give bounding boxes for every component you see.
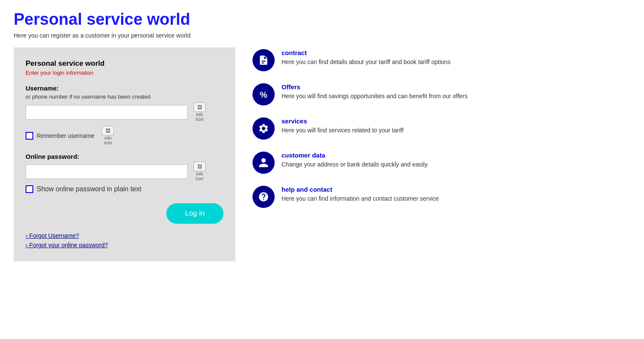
contract-title[interactable]: contract [281,49,630,56]
help-contact-title[interactable]: help and contact [281,186,630,193]
remember-username-label: Remember username [37,132,94,139]
contract-text: contract Here you can find details about… [281,49,630,67]
show-password-row: Show online password in plain text [26,185,223,193]
username-label: Username: [26,85,223,92]
remember-info-icon: 🖼 info icon [99,126,116,145]
login-panel: Personal service world Enter your login … [14,47,235,261]
contract-icon [252,49,275,71]
help-contact-icon [252,186,275,208]
offers-text: Offers Here you will find savings opport… [281,83,630,101]
info-panel: contract Here you can find details about… [252,47,630,220]
password-section: Online password: 🖼 info icon [26,153,223,181]
links-section: Forgot Username? Forgot your online pass… [26,232,223,248]
info-item-services: services Here you will find services rel… [252,117,630,140]
services-desc: Here you will find services related to y… [281,127,403,134]
contract-desc: Here you can find details about your tar… [281,58,450,65]
remember-username-checkbox[interactable] [26,132,33,140]
services-title[interactable]: services [281,117,630,125]
forgot-username-link[interactable]: Forgot Username? [26,232,223,239]
password-input[interactable] [26,164,188,179]
login-panel-title: Personal service world [26,59,223,68]
help-contact-desc: Here you can find information and contac… [281,195,439,202]
show-password-label: Show online password in plain text [37,185,141,193]
login-panel-subtitle: Enter your login information [26,70,223,76]
username-input[interactable] [26,105,188,120]
remember-username-row: Remember username 🖼 info icon [26,126,223,145]
main-layout: Personal service world Enter your login … [14,47,630,261]
offers-icon: % [252,83,275,105]
customer-data-icon [252,152,275,174]
offers-title[interactable]: Offers [281,83,630,91]
services-icon [252,117,275,140]
forgot-password-link[interactable]: Forgot your online password? [26,242,223,248]
info-item-help-contact: help and contact Here you can find infor… [252,186,630,208]
help-contact-text: help and contact Here you can find infor… [281,186,630,203]
info-item-contract: contract Here you can find details about… [252,49,630,71]
username-hint: or phone number if no username has been … [26,94,223,100]
offers-desc: Here you will find savings opportunities… [281,93,467,99]
password-label: Online password: [26,153,223,160]
customer-data-desc: Change your address or bank details quic… [281,161,429,168]
login-button[interactable]: Log in [166,203,223,224]
username-info-icon: 🖼 info icon [191,102,208,122]
username-input-row: 🖼 info icon [26,102,223,122]
info-item-customer-data: customer data Change your address or ban… [252,152,630,174]
password-input-row: 🖼 info icon [26,162,223,181]
password-info-icon: 🖼 info icon [191,162,208,181]
info-item-offers: % Offers Here you will find savings oppo… [252,83,630,105]
customer-data-title[interactable]: customer data [281,152,630,159]
page-title: Personal service world [14,10,630,29]
services-text: services Here you will find services rel… [281,117,630,135]
svg-text:%: % [260,90,267,99]
show-password-checkbox[interactable] [26,185,33,193]
customer-data-text: customer data Change your address or ban… [281,152,630,169]
page-subtitle: Here you can register as a customer in y… [14,32,630,39]
